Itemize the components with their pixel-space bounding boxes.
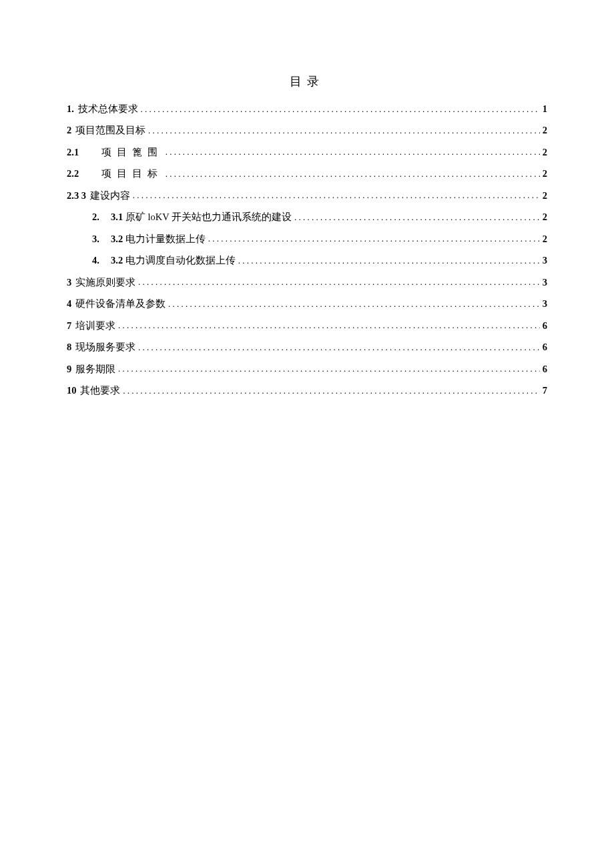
toc-entry: 9 服务期限 6	[67, 362, 547, 376]
toc-text: 项目目标	[93, 168, 163, 179]
toc-page-number: 6	[543, 318, 547, 333]
toc-dots	[133, 189, 540, 199]
toc-text: 建设内容	[87, 190, 130, 201]
toc-sub-number: 3.2	[111, 234, 125, 244]
toc-entry: 8 现场服务要求 6	[67, 340, 547, 354]
toc-page-number: 2	[543, 166, 547, 181]
toc-label: 2 项目范围及目标	[67, 123, 145, 137]
toc-dots	[208, 232, 540, 242]
toc-label: 3.3.2 电力计量数据上传	[92, 232, 206, 246]
toc-entry: 2.1 项目篦围 2	[67, 145, 547, 159]
toc-page-number: 6	[543, 340, 547, 354]
toc-entry: 1. 技术总体要求 1	[67, 101, 547, 116]
toc-text: 培训要求	[73, 320, 115, 331]
toc-number: 4	[67, 298, 71, 309]
toc-sub-marker: 4.	[92, 253, 111, 268]
toc-label: 8 现场服务要求	[67, 340, 135, 354]
toc-number: 2.3 3	[67, 190, 86, 201]
toc-entry: 2.3 3 建设内容 2	[67, 188, 547, 203]
toc-page-number: 2	[543, 123, 547, 137]
toc-number: 3	[67, 277, 71, 288]
toc-dots	[118, 319, 540, 329]
toc-number: 8	[67, 342, 71, 352]
toc-sub-text: 电力计量数据上传	[125, 234, 206, 244]
toc-page-number: 2	[543, 145, 547, 159]
toc-label: 4 硬件设备清单及参数	[67, 296, 166, 311]
toc-text: 项目篦围	[93, 147, 163, 157]
toc-dots	[166, 145, 540, 155]
toc-number: 2	[67, 125, 71, 135]
toc-entry: 10 其他要求 7	[67, 383, 547, 398]
toc-sub-marker: 3.	[92, 232, 111, 246]
toc-number: 1.	[67, 103, 74, 114]
toc-page-number: 3	[543, 275, 547, 290]
toc-page-number: 2	[543, 232, 547, 246]
toc-container: 1. 技术总体要求 12 项目范围及目标 22.1 项目篦围 22.2 项目目标…	[67, 101, 547, 398]
toc-label: 3 实施原则要求	[67, 275, 135, 290]
toc-text: 其他要求	[78, 385, 121, 396]
toc-dots	[138, 276, 540, 286]
toc-entry: 7 培训要求 6	[67, 318, 547, 333]
toc-text: 项目范围及目标	[73, 125, 145, 135]
toc-text: 现场服务要求	[73, 342, 135, 352]
toc-page-number: 1	[543, 101, 547, 116]
toc-dots	[238, 254, 540, 264]
toc-dots	[168, 298, 540, 308]
toc-page-number: 2	[543, 188, 547, 203]
toc-entry: 4 硬件设备清单及参数 3	[67, 296, 547, 311]
toc-number: 2.1	[67, 147, 79, 157]
toc-dots	[294, 211, 540, 221]
toc-label: 2.1 项目篦围	[67, 145, 163, 159]
toc-title: 目录	[67, 73, 547, 89]
toc-sub-marker: 2.	[92, 209, 111, 224]
toc-dots	[148, 124, 540, 134]
toc-page-number: 6	[543, 362, 547, 376]
toc-label: 4.3.2 电力调度自动化数据上传	[92, 253, 236, 268]
toc-page-number: 2	[543, 209, 547, 224]
toc-entry: 3.3.2 电力计量数据上传 2	[67, 232, 547, 246]
toc-number: 9	[67, 364, 71, 374]
toc-number: 2.2	[67, 168, 79, 179]
toc-text: 服务期限	[73, 364, 115, 374]
toc-entry: 2.3.1 原矿 loKV 开关站也力通讯系统的建设 2	[67, 209, 547, 224]
toc-label: 10 其他要求	[67, 383, 120, 398]
toc-label: 2.2 项目目标	[67, 166, 163, 181]
toc-sub-number: 3.2	[111, 255, 125, 266]
toc-number: 7	[67, 320, 71, 331]
toc-sub-number: 3.1	[111, 211, 125, 222]
toc-text: 硬件设备清单及参数	[73, 298, 166, 309]
toc-sub-text: 电力调度自动化数据上传	[125, 255, 236, 266]
toc-page-number: 3	[543, 253, 547, 268]
toc-dots	[138, 341, 540, 351]
toc-entry: 2 项目范围及目标 2	[67, 123, 547, 137]
toc-dots	[141, 103, 540, 113]
toc-label: 2.3.1 原矿 loKV 开关站也力通讯系统的建设	[92, 209, 292, 224]
toc-entry: 3 实施原则要求 3	[67, 275, 547, 290]
toc-entry: 4.3.2 电力调度自动化数据上传 3	[67, 253, 547, 268]
toc-label: 9 服务期限	[67, 362, 115, 376]
toc-text: 实施原则要求	[73, 277, 135, 288]
toc-page-number: 7	[543, 383, 547, 398]
toc-text: 技术总体要求	[75, 103, 138, 114]
toc-label: 7 培训要求	[67, 318, 115, 333]
toc-dots	[123, 384, 540, 394]
toc-sub-text: 原矿 loKV 开关站也力通讯系统的建设	[125, 211, 292, 222]
toc-dots	[118, 362, 540, 372]
toc-label: 2.3 3 建设内容	[67, 188, 130, 203]
toc-label: 1. 技术总体要求	[67, 101, 138, 116]
toc-number: 10	[67, 385, 77, 396]
toc-page-number: 3	[543, 296, 547, 311]
toc-dots	[166, 167, 540, 177]
toc-entry: 2.2 项目目标 2	[67, 166, 547, 181]
